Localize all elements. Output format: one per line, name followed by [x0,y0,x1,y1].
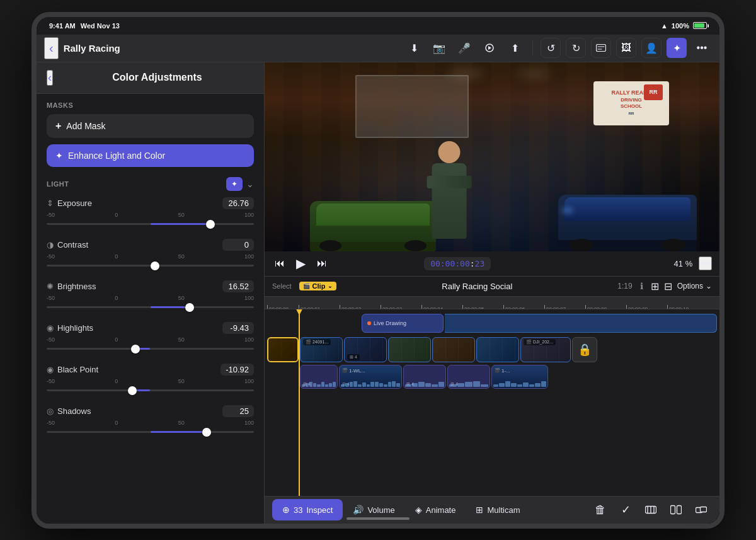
auto-button[interactable]: ✦ [226,177,243,191]
black-point-label: Black Point [57,365,98,374]
undo-button[interactable]: ↺ [541,38,561,58]
black-point-value: -10.92 [220,364,254,376]
exposure-slider[interactable] [47,219,254,230]
battery-percent: 100% [672,22,689,30]
panel-content: MASKS + Add Mask ✦ Enhance Light and Col… [37,94,264,524]
black-point-icon: ◉ [47,365,54,374]
clip-5[interactable] [476,337,519,362]
redo-button[interactable]: ↻ [566,38,586,58]
contrast-slider[interactable] [47,260,254,272]
split-button[interactable] [665,499,687,520]
overlay-track: Live Drawing [359,312,719,335]
sign-line3: SCHOOL [621,103,642,110]
enhance-button[interactable]: ✦ Enhance Light and Color [47,144,254,167]
options-button[interactable]: Options ⌄ [677,282,712,290]
ruler-mark-9: 00:00:09 [626,305,667,309]
more-button[interactable]: ••• [692,38,712,58]
clip-1[interactable]: 🎬 24091... [300,337,343,362]
panel-back-button[interactable]: ‹ [47,70,53,86]
highlights-slider[interactable] [47,343,254,355]
skip-forward-button[interactable]: ⏭ [314,255,329,272]
car-left [310,201,436,251]
enhance-icon: ✦ [55,151,63,161]
left-panel: ‹ Color Adjustments MASKS + Add Mask ✦ E… [37,62,265,524]
black-point-slider[interactable] [47,385,254,396]
light-section-header: LIGHT ✦ ⌄ [47,177,254,191]
main-area: ‹ Color Adjustments MASKS + Add Mask ✦ E… [37,62,719,524]
grid-view-button[interactable]: ⊞ [651,280,659,292]
bottom-tabs: ⊕ 33 Inspect 🔊 Volume ◈ Animate ⊞ Multic… [265,496,719,524]
light-chevron[interactable]: ⌄ [246,179,254,189]
clip-3[interactable] [388,337,431,362]
video-background: RALLY READY DRIVING SCHOOL RR RR [265,62,719,251]
clip-badge: 🎬 Clip ⌄ [299,282,337,290]
battery-icon [693,22,707,29]
inspect-count-label: 33 [294,505,302,515]
ruler-mark-6: 00:00:06 [503,305,544,309]
brightness-value: 16.52 [222,280,254,292]
plus-icon: + [55,120,61,132]
highlights-slider-labels: -50050100 [47,336,254,343]
cut-button[interactable] [640,499,662,520]
secondary-clip-4[interactable]: ⊞ 4 [447,365,490,389]
panel-header: ‹ Color Adjustments [37,62,264,94]
timeline-title: Rally Racing Social [344,282,610,291]
effects-button[interactable]: ✦ [667,38,687,58]
photo-button[interactable]: 🖼 [616,38,636,58]
wifi-icon: ▲ [661,22,668,30]
add-mask-label: Add Mask [66,121,105,131]
highlights-value: -9.43 [222,322,254,334]
sign-line2: DRIVING [621,97,641,103]
caption-button[interactable] [591,38,611,58]
black-point-slider-labels: -50050100 [47,378,254,384]
ruler-mark-4: 00:00:04 [421,305,462,309]
delete-button[interactable]: 🗑 [590,499,611,520]
timeline-info-button[interactable]: ℹ [640,281,643,291]
play-button[interactable]: ▶ [294,253,308,273]
secondary-clip-3[interactable]: ⊞ 4 [403,365,446,389]
exposure-slider-labels: -50050100 [47,212,254,218]
microphone-button[interactable]: 🎤 [454,38,474,58]
timecode-highlight: 23 [475,259,485,268]
download-button[interactable]: ⬇ [404,38,424,58]
layout-button[interactable]: ⊟ [664,280,672,292]
clip-6[interactable]: 🎬 DJI_202... [520,337,571,362]
clip-2[interactable]: ⊞ 4 [344,337,387,362]
enhance-label: Enhance Light and Color [68,151,165,161]
secondary-clip-1[interactable]: ⊞ 4 [300,365,338,389]
avatar-button[interactable]: 👤 [641,38,662,58]
shadows-label: Shadows [57,406,91,416]
tab-animate[interactable]: ◈ Animate [405,499,466,520]
playhead[interactable] [299,309,300,496]
live-drawing-clip[interactable]: Live Drawing [362,314,444,333]
exposure-row: ⇕ Exposure 26.76 -50050100 [47,197,254,230]
overlay-button[interactable] [690,499,712,520]
check-button[interactable]: ✓ [615,499,636,520]
skip-back-button[interactable]: ⏮ [272,255,287,272]
tab-inspect[interactable]: ⊕ 33 Inspect [272,499,343,520]
add-mask-button[interactable]: + Add Mask [47,114,254,138]
timeline-tracks[interactable]: Live Drawing 🎬 24 [265,309,719,496]
exposure-value: 26.76 [222,197,254,209]
share-button[interactable]: ⬆ [505,38,525,58]
timecode-value: 00:00:00 [430,259,470,268]
clip-tag-1: 🎬 24091... [303,339,331,345]
highlights-row: ◉ Highlights -9.43 -50050100 [47,322,254,355]
zoom-level: 41 % [674,259,693,268]
secondary-clip-5[interactable]: 🎬 1-... [491,365,548,389]
shadows-slider-labels: -50050100 [47,420,254,426]
select-label: Select [272,282,292,290]
action-button[interactable] [479,38,500,58]
clip-selected[interactable] [267,337,299,362]
tab-multicam[interactable]: ⊞ Multicam [466,499,530,520]
camera-button[interactable]: 📷 [429,38,449,58]
shadows-slider[interactable] [47,427,254,438]
light-label: LIGHT [47,180,69,188]
secondary-clip-2[interactable]: 🎬 1-WL... ⊞ 4 [339,365,402,389]
volume-icon: 🔊 [353,505,364,515]
toolbar-back-button[interactable]: ‹ [44,37,59,59]
clip-end[interactable]: 🔒 [572,337,597,362]
more-options-button[interactable]: ••• [699,256,712,270]
clip-4[interactable] [432,337,475,362]
brightness-slider[interactable] [47,302,254,313]
